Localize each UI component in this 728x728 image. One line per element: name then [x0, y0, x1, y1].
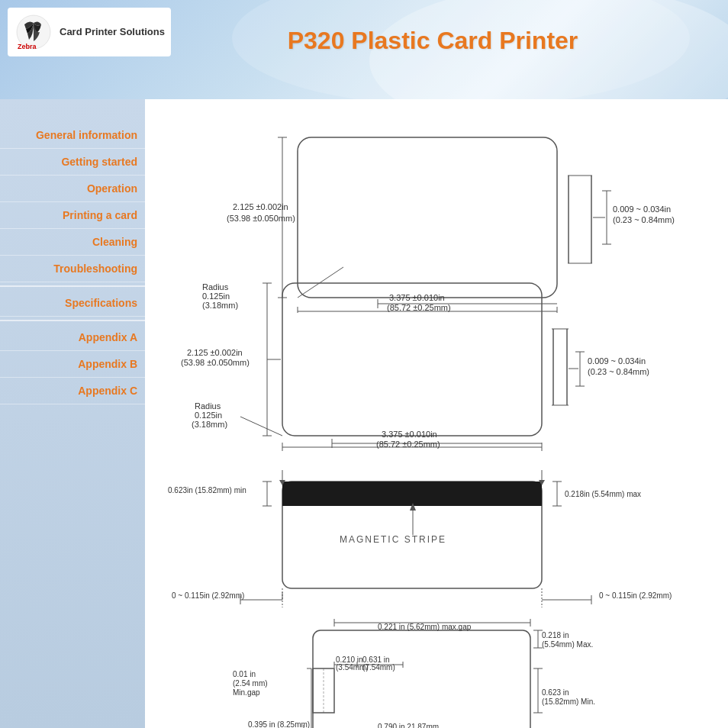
radius-m: (3.18mm): [192, 420, 227, 429]
main-content: 2.125 ±0.002in (53.98 ±0.050mm) 3.375 ±0…: [145, 99, 728, 728]
sidebar-item-appendix-b[interactable]: Appendix B: [0, 351, 145, 378]
d-right-1b: (5.54mm) Max.: [542, 640, 593, 649]
header: Zebra Card Printer Solutions P320 Plasti…: [0, 0, 728, 99]
d1-label: 2.125 ±0.002in: [187, 348, 243, 357]
d2-mm: (85.72 ±0.25mm): [376, 440, 440, 449]
svg-rect-63: [313, 630, 530, 728]
sidebar-item-specifications[interactable]: Specifications: [0, 290, 145, 317]
dim-thickness-mm: (0.23 ~ 0.84mm): [613, 215, 675, 224]
sidebar-item-cleaning[interactable]: Cleaning: [0, 229, 145, 256]
d-right-2b: (15.82mm) Min.: [542, 697, 595, 706]
sidebar: General information Getting started Oper…: [0, 99, 145, 728]
sidebar-item-general-information[interactable]: General information: [0, 122, 145, 149]
middle-diagram: MAGNETIC STRIPE 0.623in (15.82mm) min 0.…: [164, 459, 683, 607]
stripe-label: MAGNETIC STRIPE: [340, 534, 446, 545]
d-stripe-top: 0.623in (15.82mm) min: [168, 486, 246, 494]
svg-rect-64: [313, 668, 334, 713]
d-left-gap3: Min.gap: [233, 688, 260, 697]
dim-thickness-label: 0.009 ~ 0.034in: [613, 205, 671, 214]
svg-text:Zebra: Zebra: [18, 43, 37, 50]
page-title-area: P320 Plastic Card Printer: [153, 27, 713, 55]
sidebar-item-printing-card[interactable]: Printing a card: [0, 202, 145, 229]
sidebar-item-appendix-a[interactable]: Appendix A: [0, 324, 145, 351]
d3-label: 0.009 ~ 0.034in: [588, 356, 646, 366]
d-center: 0.790 in 21.87mm: [378, 723, 439, 728]
d-right-1: 0.218 in: [542, 631, 569, 639]
radius-v: 0.125in: [195, 411, 222, 420]
d-gap-top: 0.221 in (5.62mm) max.gap: [378, 623, 472, 631]
page-title: P320 Plastic Card Printer: [153, 27, 713, 55]
dim-height-mm: (53.98 ±0.050mm): [227, 214, 295, 223]
d-stripe-height: 0.218in (5.54mm) max: [565, 490, 641, 498]
sidebar-item-appendix-c[interactable]: Appendix C: [0, 378, 145, 404]
d-right-2: 0.623 in: [542, 688, 569, 697]
dim-height-label: 2.125 ±0.002in: [233, 202, 288, 211]
d-left-margin: 0 ~ 0.115in (2.92mm): [172, 591, 244, 600]
svg-rect-43: [282, 485, 542, 506]
d-left-gap: 0.01 in: [233, 670, 256, 678]
sidebar-item-operation[interactable]: Operation: [0, 176, 145, 202]
svg-line-39: [240, 417, 282, 436]
sidebar-item-getting-started[interactable]: Getting started: [0, 149, 145, 176]
d2-label: 3.375 ±0.010in: [382, 430, 437, 439]
d3-mm: (0.23 ~ 0.84mm): [588, 367, 649, 376]
d-left-margin2: 0.395 in (8.25mm): [248, 720, 310, 728]
d-left-gap2: (2.54 mm): [233, 679, 268, 688]
radius-annotation: Radius0.125in(3.18mm): [202, 282, 709, 310]
radius-l: Radius: [195, 401, 221, 411]
logo-text: Card Printer Solutions: [60, 25, 165, 39]
d1-mm: (53.98 ±0.050mm): [181, 358, 250, 367]
logo-area: Zebra Card Printer Solutions: [8, 8, 171, 56]
zebra-logo-icon: Zebra: [14, 12, 53, 52]
bottom-diagram: 0.221 in (5.62mm) max.gap 0.218 in (5.54…: [164, 619, 683, 728]
sidebar-item-troubleshooting[interactable]: Troubleshooting: [0, 256, 145, 282]
d-right-margin: 0 ~ 0.115in (2.92mm): [599, 591, 672, 600]
